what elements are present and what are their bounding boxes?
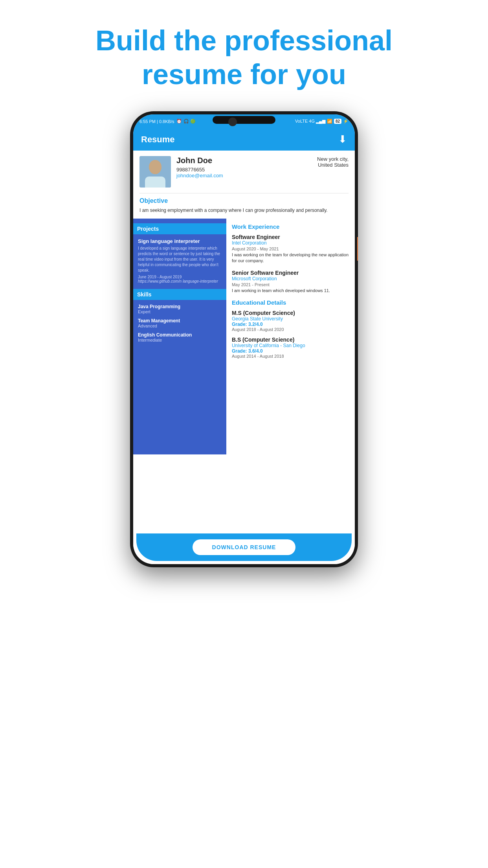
edu-grade-0: Grade: 3.2/4.0	[232, 322, 349, 327]
profile-avatar-svg	[139, 156, 171, 188]
edu-date-0: August 2018 - August 2020	[232, 327, 349, 332]
profile-location: New york city, United States	[317, 156, 349, 168]
edu-item-0: M.S (Computer Science) Georgia State Uni…	[232, 310, 349, 332]
profile-section: John Doe 9988776655 johndoe@email.com Ne…	[133, 151, 355, 193]
phone-screen: 6:55 PM | 0.8KB/s ⏰ 🎧 🟢 VoLTE 4G ▂▄▆ 📶 8…	[133, 114, 355, 564]
battery-charging: ⚡	[343, 119, 349, 124]
skill-level-0: Expert	[138, 309, 222, 314]
page-headline: Build the professional resume for you	[64, 24, 424, 92]
resume-content: John Doe 9988776655 johndoe@email.com Ne…	[133, 151, 355, 564]
phone-camera	[228, 118, 237, 126]
job-desc-1: I am working in team which developed win…	[232, 288, 349, 294]
edu-grade-value-1: 3.6/4.0	[248, 348, 263, 354]
profile-phone: 9988776655	[176, 167, 312, 173]
edu-degree-0: M.S (Computer Science)	[232, 310, 349, 316]
project-desc-0: I developed a sign language interpreter …	[138, 246, 222, 273]
objective-title: Objective	[139, 197, 349, 204]
headline-line1: Build the professional	[95, 25, 393, 56]
job-company-1: Microsoft Corporation	[232, 276, 349, 281]
phone-device: 6:55 PM | 0.8KB/s ⏰ 🎧 🟢 VoLTE 4G ▂▄▆ 📶 8…	[130, 111, 358, 567]
project-title-0: Sign language interpreter	[138, 238, 222, 244]
edu-university-0: Georgia State University	[232, 316, 349, 322]
svg-rect-2	[145, 177, 165, 188]
skill-item-0: Java Programming Expert	[138, 304, 222, 314]
job-desc-0: I was working on the team for developing…	[232, 252, 349, 264]
work-exp-title: Work Experience	[232, 223, 349, 230]
profile-city: New york city,	[317, 156, 349, 162]
skill-level-1: Advanced	[138, 324, 222, 328]
download-resume-button[interactable]: DOWNLOAD RESUME	[193, 539, 296, 555]
profile-name: John Doe	[176, 156, 312, 165]
profile-country: United States	[317, 162, 349, 168]
skill-item-1: Team Management Advanced	[138, 318, 222, 328]
job-company-0: Intel Corporation	[232, 240, 349, 246]
objective-text: I am seeking employment with a company w…	[139, 207, 349, 214]
edu-grade-1: Grade: 3.6/4.0	[232, 348, 349, 354]
edu-item-1: B.S (Computer Science) University of Cal…	[232, 337, 349, 359]
project-item-0: Sign language interpreter I developed a …	[138, 238, 222, 283]
job-date-1: May 2021 - Present	[232, 282, 349, 287]
left-column: Projects Sign language interpreter I dev…	[133, 219, 226, 454]
skill-name-2: English Communication	[138, 332, 222, 338]
header-download-icon[interactable]: ⬇	[338, 133, 347, 145]
phone-mockup: 6:55 PM | 0.8KB/s ⏰ 🎧 🟢 VoLTE 4G ▂▄▆ 📶 8…	[130, 111, 358, 858]
profile-info: John Doe 9988776655 johndoe@email.com	[176, 156, 312, 178]
job-date-0: August 2020 - May 2021	[232, 246, 349, 251]
skills-title: Skills	[133, 289, 226, 300]
project-link-0: https://www.github.com/n language-interp…	[138, 279, 222, 283]
side-button	[357, 237, 358, 261]
job-title-0: Software Engineer	[232, 234, 349, 240]
job-item-1: Senior Software Engineer Microsoft Corpo…	[232, 270, 349, 294]
status-wifi: 📶	[327, 119, 332, 124]
objective-section: Objective I am seeking employment with a…	[133, 193, 355, 219]
two-column-section: Projects Sign language interpreter I dev…	[133, 219, 355, 454]
status-time: 6:55 PM | 0.8KB/s	[139, 119, 174, 124]
app-header: Resume ⬇	[133, 129, 355, 151]
status-right: VoLTE 4G ▂▄▆ 📶 82 ⚡	[295, 119, 349, 124]
job-item-0: Software Engineer Intel Corporation Augu…	[232, 234, 349, 264]
status-icons: ⏰ 🎧 🟢	[176, 119, 195, 124]
edu-grade-value-0: 3.2/4.0	[248, 322, 263, 327]
edu-title: Educational Details	[232, 299, 349, 306]
app-title: Resume	[141, 134, 175, 145]
edu-degree-1: B.S (Computer Science)	[232, 337, 349, 343]
profile-photo	[139, 156, 171, 188]
headline-line2: resume for you	[142, 59, 346, 90]
profile-email: johndoe@email.com	[176, 173, 312, 178]
job-title-1: Senior Software Engineer	[232, 270, 349, 276]
edu-date-1: August 2014 - August 2018	[232, 354, 349, 359]
skill-name-0: Java Programming	[138, 304, 222, 309]
skill-name-1: Team Management	[138, 318, 222, 324]
projects-title: Projects	[133, 223, 226, 234]
status-left: 6:55 PM | 0.8KB/s ⏰ 🎧 🟢	[139, 119, 196, 124]
edu-grade-label-1: Grade:	[232, 348, 248, 354]
svg-point-3	[149, 160, 161, 174]
battery-indicator: 82	[334, 119, 341, 124]
skill-item-2: English Communication Intermediate	[138, 332, 222, 342]
edu-university-1: University of California - San Diego	[232, 343, 349, 348]
right-column: Work Experience Software Engineer Intel …	[226, 219, 355, 454]
edu-grade-label-0: Grade:	[232, 322, 248, 327]
project-date-0: June 2019 - August 2019	[138, 275, 222, 279]
bottom-bar: DOWNLOAD RESUME	[136, 533, 352, 561]
phone-speaker	[213, 116, 275, 124]
skill-level-2: Intermediate	[138, 338, 222, 342]
status-sim: VoLTE 4G ▂▄▆	[295, 119, 325, 124]
